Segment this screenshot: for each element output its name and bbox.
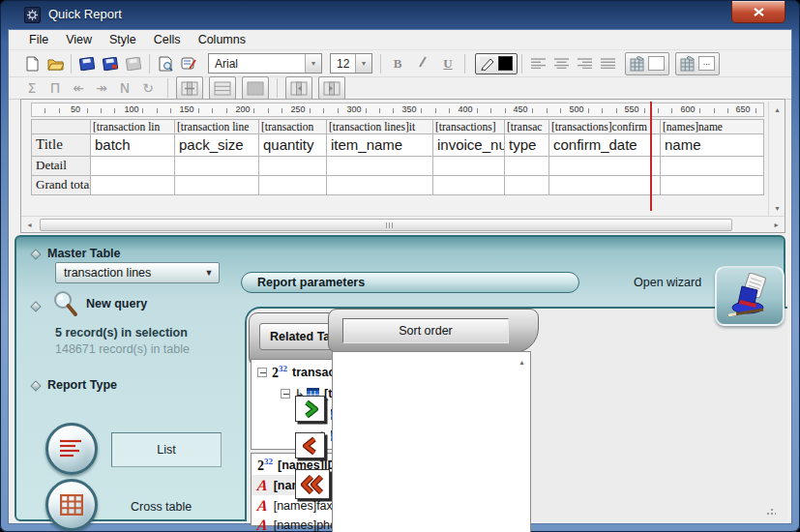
grand-total-cell[interactable] [505, 176, 549, 195]
scroll-down-icon[interactable]: ▾ [514, 526, 530, 532]
text-color-button[interactable] [475, 53, 518, 74]
grand-total-cell[interactable] [259, 176, 327, 195]
column-header[interactable]: [transac [505, 119, 549, 134]
grand-total-cell[interactable] [661, 176, 764, 195]
vertical-scrollbar[interactable]: ▴ ▾ [768, 102, 785, 216]
menu-view[interactable]: View [57, 31, 101, 48]
scroll-up-icon[interactable]: ▴ [769, 102, 785, 117]
detail-cell[interactable] [91, 157, 175, 176]
detail-cell[interactable] [433, 157, 505, 176]
open-wizard-label[interactable]: Open wizard [634, 276, 701, 289]
longint-type-icon: 232 [272, 364, 287, 381]
grand-total-cell[interactable] [433, 176, 505, 195]
remove-field-button[interactable] [295, 432, 325, 458]
menu-columns[interactable]: Columns [190, 31, 254, 48]
underline-button[interactable]: U [435, 56, 460, 72]
column-header[interactable]: [transaction line [175, 119, 259, 134]
master-table-select[interactable]: transaction lines ▼ [55, 262, 220, 283]
font-size-select[interactable]: 12 ▾ [330, 53, 372, 74]
italic-button[interactable] [410, 56, 435, 72]
detail-cell[interactable] [661, 157, 764, 176]
save-icon[interactable] [75, 53, 99, 74]
column-header[interactable]: [transactions]confirm [549, 119, 661, 134]
column-header[interactable]: [transaction [259, 119, 327, 134]
chevron-down-icon[interactable]: ▾ [355, 54, 371, 73]
column-header[interactable]: [transaction lin [91, 119, 175, 134]
scroll-down-icon[interactable]: ▾ [769, 200, 785, 216]
longint-type-icon: 232 [257, 457, 273, 474]
column-header[interactable]: [transaction lines]it [327, 119, 433, 134]
ruler-tick-label: 100 [122, 104, 140, 114]
chevron-right-green-icon [303, 400, 318, 418]
stylesheet-icon[interactable] [177, 53, 200, 74]
grand-total-cell[interactable] [175, 176, 259, 195]
add-field-button[interactable] [295, 396, 325, 422]
title-cell[interactable]: confirm_date [549, 134, 661, 157]
title-cell[interactable]: item_name [327, 134, 433, 157]
menu-cells[interactable]: Cells [145, 31, 190, 48]
detail-cell[interactable] [327, 157, 433, 176]
title-bar[interactable]: Quick Report [0, 0, 800, 29]
sort-order-list[interactable]: ▴ ▾ [332, 351, 531, 532]
horizontal-scrollbar[interactable]: ◂ ▸ [21, 216, 785, 232]
detail-cell[interactable] [549, 157, 661, 176]
font-size-value: 12 [331, 57, 355, 71]
corner-cell [31, 119, 91, 134]
detail-cell[interactable] [259, 157, 327, 176]
menu-file[interactable]: File [20, 31, 57, 48]
magnifier-icon[interactable] [51, 289, 78, 318]
bold-button[interactable]: B [385, 56, 410, 72]
detail-cell[interactable] [505, 157, 549, 176]
close-button[interactable] [731, 1, 785, 23]
grand-total-cell[interactable] [91, 176, 175, 195]
ruler-tick-label: 550 [622, 104, 640, 114]
detail-cell[interactable] [175, 157, 259, 176]
collapse-icon[interactable] [257, 368, 267, 377]
cross-table-report-type-button[interactable] [45, 479, 98, 531]
row-label-title[interactable]: Title [31, 134, 91, 157]
column-header[interactable]: [transactions] [433, 119, 505, 134]
menu-style[interactable]: Style [101, 31, 145, 48]
title-cell[interactable]: type [505, 134, 549, 157]
align-left-icon[interactable] [526, 53, 549, 74]
align-center-icon[interactable] [549, 53, 573, 74]
scroll-up-icon[interactable]: ▴ [514, 354, 530, 369]
open-wizard-button[interactable] [715, 266, 785, 326]
open-folder-icon[interactable] [44, 53, 67, 74]
resize-grip[interactable] [766, 506, 776, 516]
title-cell[interactable]: batch [91, 134, 175, 157]
chevron-down-icon[interactable]: ▾ [305, 54, 321, 73]
scroll-left-icon[interactable]: ◂ [21, 217, 38, 232]
title-cell[interactable]: quantity [259, 134, 327, 157]
column-header[interactable]: [names]name [661, 119, 764, 134]
list-report-type-button[interactable] [45, 423, 98, 475]
chevron-down-icon[interactable]: ▼ [199, 268, 219, 278]
cell-border-more-button[interactable]: ... [675, 52, 720, 75]
save-disabled-icon [122, 53, 145, 74]
cross-table-type-label[interactable]: Cross table [131, 500, 192, 514]
scrollbar-thumb[interactable] [40, 219, 732, 231]
title-cell[interactable]: name [661, 134, 764, 157]
window-title: Quick Report [48, 7, 122, 21]
list-type-label[interactable]: List [111, 432, 222, 467]
remove-all-fields-button[interactable] [295, 469, 330, 499]
align-right-icon[interactable] [573, 53, 596, 74]
row-label-grand-total[interactable]: Grand total [31, 176, 91, 195]
color-swatch-black [498, 56, 513, 71]
print-preview-icon[interactable] [154, 53, 177, 74]
align-justify-icon[interactable] [596, 53, 619, 74]
grand-total-cell[interactable] [549, 176, 661, 195]
row-label-detail[interactable]: Detail [31, 157, 91, 176]
scroll-right-icon[interactable]: ▸ [768, 217, 785, 232]
new-document-icon[interactable] [20, 53, 44, 74]
new-query-label[interactable]: New query [86, 297, 147, 310]
title-cell[interactable]: invoice_nu [433, 134, 505, 157]
grand-total-cell[interactable] [327, 176, 433, 195]
column-boundary-marker[interactable] [650, 102, 652, 211]
title-cell[interactable]: pack_size [175, 134, 259, 157]
save-as-icon[interactable] [99, 53, 122, 74]
count-icon: N [113, 80, 136, 96]
cell-background-button[interactable] [625, 52, 669, 75]
collapse-icon[interactable] [281, 389, 290, 399]
font-family-select[interactable]: Arial ▾ [208, 53, 322, 74]
